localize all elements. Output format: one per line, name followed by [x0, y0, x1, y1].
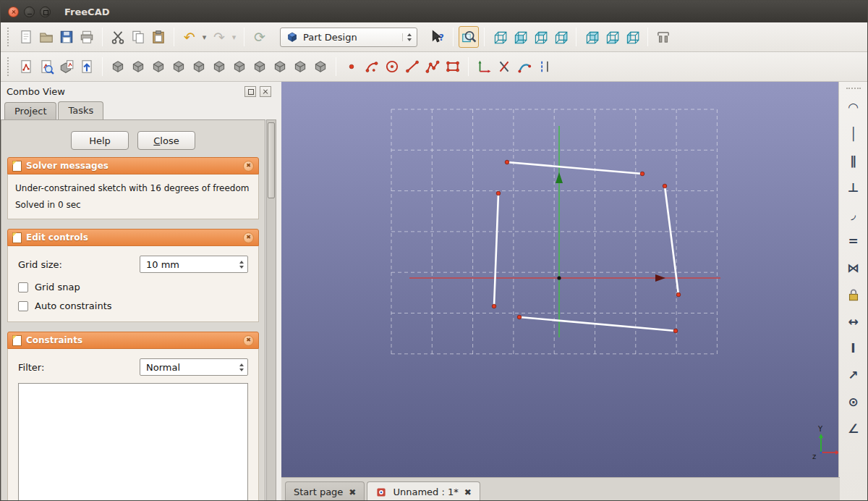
- chamfer-icon[interactable]: [209, 56, 229, 77]
- symmetric-constraint-icon[interactable]: ⋈: [843, 260, 864, 276]
- undo-menu-icon[interactable]: ▾: [200, 26, 209, 48]
- auto-constraints-label[interactable]: Auto constraints: [35, 300, 112, 311]
- sketch-vertex[interactable]: [640, 172, 644, 176]
- 3d-viewport[interactable]: Yxz: [281, 82, 840, 477]
- workbench-selector[interactable]: Part Design: [280, 28, 417, 47]
- copy-icon[interactable]: [128, 26, 148, 48]
- right-view-icon[interactable]: [550, 26, 571, 48]
- sketch-vertex[interactable]: [496, 191, 501, 195]
- collapse-icon[interactable]: ✖: [243, 232, 254, 243]
- constraints-header[interactable]: Constraints ✖: [7, 332, 259, 349]
- groove-icon[interactable]: [169, 56, 189, 77]
- tab-project[interactable]: Project: [4, 102, 56, 119]
- print-icon[interactable]: [77, 26, 97, 48]
- solver-messages-header[interactable]: Solver messages ✖: [7, 157, 259, 174]
- window-minimize-button[interactable]: [24, 7, 35, 17]
- window-maximize-button[interactable]: [40, 7, 51, 17]
- arc-tool-icon[interactable]: ◠: [843, 99, 864, 115]
- constraint-filter-select[interactable]: Normal: [140, 358, 248, 376]
- sketch-line[interactable]: [519, 317, 676, 331]
- external-geometry-icon[interactable]: [514, 56, 535, 77]
- leave-sketch-icon[interactable]: [77, 56, 97, 77]
- trim-icon[interactable]: [494, 56, 514, 77]
- pad-icon[interactable]: [108, 56, 128, 77]
- construction-mode-icon[interactable]: [535, 56, 555, 77]
- origin-axes-icon[interactable]: [474, 56, 494, 77]
- left-view-icon[interactable]: [622, 26, 642, 48]
- circle-icon[interactable]: [382, 56, 402, 77]
- sketch-vertex[interactable]: [676, 292, 681, 297]
- auto-constraints-checkbox[interactable]: [18, 301, 28, 311]
- grid-size-select[interactable]: 10 mm: [140, 256, 248, 273]
- sketch-vertex[interactable]: [673, 329, 678, 333]
- vertical-constraint-icon[interactable]: │: [843, 126, 864, 142]
- tasks-scrollbar[interactable]: [266, 119, 276, 501]
- rectangle-icon[interactable]: [443, 56, 463, 77]
- angle-icon[interactable]: ∠: [843, 421, 864, 437]
- toolbar-handle[interactable]: [7, 28, 10, 46]
- origin-point[interactable]: [557, 276, 561, 279]
- collapse-icon[interactable]: ✖: [243, 335, 254, 346]
- parallel-constraint-icon[interactable]: ∥: [843, 153, 864, 169]
- vertical-distance-icon[interactable]: I: [843, 340, 864, 356]
- top-view-icon[interactable]: [530, 26, 550, 48]
- 3d-canvas[interactable]: Yxz: [281, 82, 840, 477]
- lock-constraint-icon[interactable]: [843, 287, 864, 303]
- edit-controls-header[interactable]: Edit controls ✖: [7, 229, 259, 246]
- revolution-icon[interactable]: [148, 56, 169, 77]
- distance-icon[interactable]: ↗: [843, 367, 864, 383]
- view-sketch-icon[interactable]: [36, 56, 56, 77]
- whats-this-icon[interactable]: ?: [427, 26, 448, 48]
- new-sketch-icon[interactable]: [16, 56, 36, 77]
- sketch-vertex[interactable]: [492, 304, 496, 308]
- undo-icon[interactable]: ↶: [179, 26, 200, 48]
- equal-constraint-icon[interactable]: =: [843, 233, 864, 249]
- toolbar-handle[interactable]: [846, 88, 861, 90]
- arc-icon[interactable]: [362, 56, 382, 77]
- save-icon[interactable]: [56, 26, 77, 48]
- grid-snap-checkbox[interactable]: [18, 282, 28, 292]
- panel-float-icon[interactable]: [244, 86, 256, 97]
- paste-icon[interactable]: [148, 26, 169, 48]
- grid-snap-label[interactable]: Grid snap: [35, 282, 80, 292]
- toolbar-handle[interactable]: [7, 57, 10, 76]
- redo-menu-icon[interactable]: ▾: [229, 26, 239, 48]
- line-icon[interactable]: [402, 56, 422, 77]
- perpendicular-constraint-icon[interactable]: ⊥: [843, 180, 864, 195]
- scrollbar-thumb[interactable]: [268, 122, 275, 198]
- point-icon[interactable]: [341, 56, 362, 77]
- close-tab-icon[interactable]: ✖: [349, 488, 356, 497]
- horizontal-distance-icon[interactable]: ↔: [843, 313, 864, 329]
- map-sketch-icon[interactable]: [56, 56, 77, 77]
- refresh-icon[interactable]: ⟳: [250, 26, 270, 48]
- sketch-vertex[interactable]: [517, 315, 522, 319]
- tangent-constraint-icon[interactable]: ◞: [843, 206, 864, 222]
- sketch-line[interactable]: [507, 162, 642, 174]
- workbench-dropdown-arrows[interactable]: [402, 33, 412, 41]
- new-file-icon[interactable]: [16, 26, 36, 48]
- draft-icon[interactable]: [229, 56, 250, 77]
- mirrored-icon[interactable]: [250, 56, 270, 77]
- multitransform-icon[interactable]: [310, 56, 331, 77]
- help-button[interactable]: Help: [71, 131, 129, 150]
- pocket-icon[interactable]: [128, 56, 148, 77]
- rear-view-icon[interactable]: [582, 26, 602, 48]
- spinner-arrows-icon[interactable]: [236, 261, 244, 269]
- close-button[interactable]: Close: [137, 131, 195, 150]
- cut-icon[interactable]: [108, 26, 128, 48]
- window-close-button[interactable]: [8, 7, 19, 17]
- sketch-line[interactable]: [494, 193, 498, 306]
- open-file-icon[interactable]: [36, 26, 56, 48]
- polyline-icon[interactable]: [422, 56, 443, 77]
- sketch-vertex[interactable]: [663, 184, 667, 188]
- fillet-icon[interactable]: [189, 56, 209, 77]
- polar-pattern-icon[interactable]: [290, 56, 310, 77]
- collapse-icon[interactable]: ✖: [243, 161, 254, 172]
- bottom-view-icon[interactable]: [602, 26, 622, 48]
- axonometric-view-icon[interactable]: [490, 26, 510, 48]
- tab-tasks[interactable]: Tasks: [58, 101, 103, 119]
- radius-icon[interactable]: ⊙: [843, 394, 864, 410]
- spinner-arrows-icon[interactable]: [236, 363, 244, 371]
- constraints-list[interactable]: [18, 383, 248, 501]
- close-tab-icon[interactable]: ✖: [464, 488, 472, 497]
